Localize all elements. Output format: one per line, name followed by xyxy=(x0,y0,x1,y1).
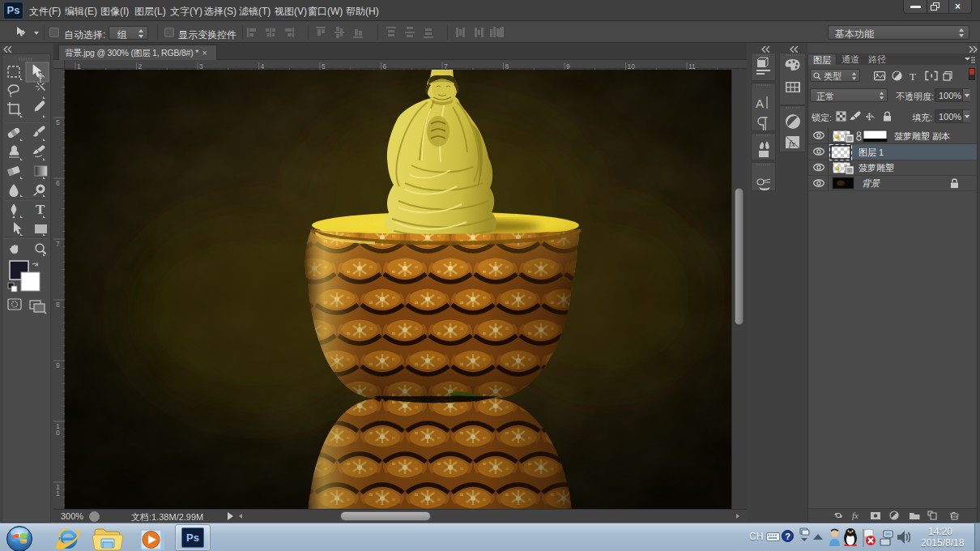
svg-text:T: T xyxy=(910,70,916,81)
svg-text:T: T xyxy=(36,202,45,217)
svg-text:7: 7 xyxy=(56,240,60,248)
svg-text:A: A xyxy=(756,96,764,110)
svg-text:背景: 背景 xyxy=(862,178,880,188)
svg-text:?: ? xyxy=(785,532,790,541)
svg-text:fx: fx xyxy=(789,139,795,148)
svg-text:8: 8 xyxy=(56,301,60,309)
svg-text:5: 5 xyxy=(56,118,60,126)
svg-text:菠萝雕塑 副本: 菠萝雕塑 副本 xyxy=(894,131,950,141)
svg-text:fx: fx xyxy=(852,510,859,520)
svg-text:6: 6 xyxy=(56,179,60,187)
svg-text:9: 9 xyxy=(56,361,60,369)
svg-text:图层 1: 图层 1 xyxy=(859,147,884,157)
svg-text:0: 0 xyxy=(56,429,60,437)
svg-text:1: 1 xyxy=(56,489,60,498)
svg-text:菠萝雕塑: 菠萝雕塑 xyxy=(859,163,894,173)
